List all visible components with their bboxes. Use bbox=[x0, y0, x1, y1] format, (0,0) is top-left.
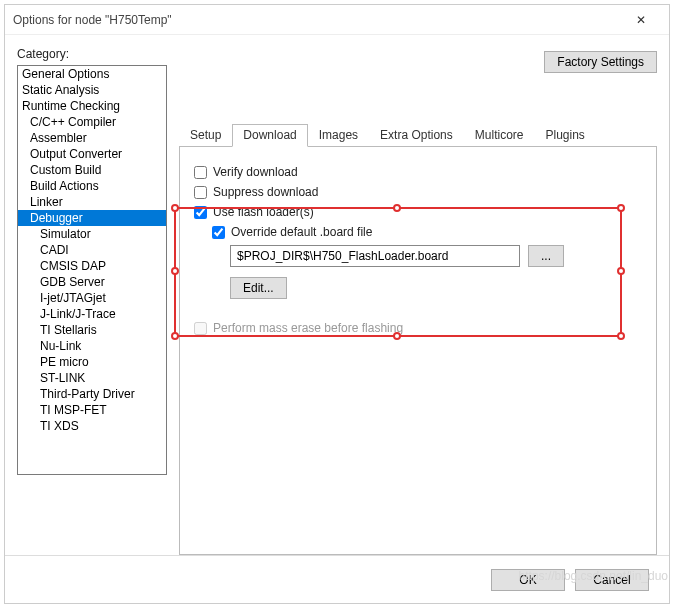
use-flash-loader-label: Use flash loader(s) bbox=[213, 205, 314, 219]
dialog-footer: OK Cancel bbox=[5, 555, 669, 603]
category-item-general-options[interactable]: General Options bbox=[18, 66, 166, 82]
category-item-gdb-server[interactable]: GDB Server bbox=[18, 274, 166, 290]
category-item-static-analysis[interactable]: Static Analysis bbox=[18, 82, 166, 98]
flash-loader-group: Override default .board file ... Edit... bbox=[212, 225, 642, 299]
options-dialog: Options for node "H750Temp" ✕ Category: … bbox=[4, 4, 670, 604]
category-item-nu-link[interactable]: Nu-Link bbox=[18, 338, 166, 354]
category-item-assembler[interactable]: Assembler bbox=[18, 130, 166, 146]
category-item-cadi[interactable]: CADI bbox=[18, 242, 166, 258]
category-item-j-link-j-trace[interactable]: J-Link/J-Trace bbox=[18, 306, 166, 322]
category-item-linker[interactable]: Linker bbox=[18, 194, 166, 210]
category-item-output-converter[interactable]: Output Converter bbox=[18, 146, 166, 162]
category-label: Category: bbox=[17, 47, 167, 61]
tab-setup[interactable]: Setup bbox=[179, 124, 232, 146]
tab-extra-options[interactable]: Extra Options bbox=[369, 124, 464, 146]
use-flash-loader-row[interactable]: Use flash loader(s) bbox=[194, 205, 642, 219]
category-item-custom-build[interactable]: Custom Build bbox=[18, 162, 166, 178]
category-item-build-actions[interactable]: Build Actions bbox=[18, 178, 166, 194]
category-item-simulator[interactable]: Simulator bbox=[18, 226, 166, 242]
settings-column: Factory Settings SetupDownloadImagesExtr… bbox=[179, 47, 657, 555]
tab-strip: SetupDownloadImagesExtra OptionsMulticor… bbox=[179, 123, 657, 146]
dialog-body: Category: General OptionsStatic Analysis… bbox=[5, 35, 669, 555]
verify-download-row[interactable]: Verify download bbox=[194, 165, 642, 179]
browse-button[interactable]: ... bbox=[528, 245, 564, 267]
suppress-download-row[interactable]: Suppress download bbox=[194, 185, 642, 199]
close-button[interactable]: ✕ bbox=[621, 6, 661, 34]
verify-download-label: Verify download bbox=[213, 165, 298, 179]
tab-multicore[interactable]: Multicore bbox=[464, 124, 535, 146]
override-board-label: Override default .board file bbox=[231, 225, 372, 239]
tab-plugins[interactable]: Plugins bbox=[534, 124, 595, 146]
category-item-i-jet-jtagjet[interactable]: I-jet/JTAGjet bbox=[18, 290, 166, 306]
category-item-debugger[interactable]: Debugger bbox=[18, 210, 166, 226]
use-flash-loader-checkbox[interactable] bbox=[194, 206, 207, 219]
category-column: Category: General OptionsStatic Analysis… bbox=[17, 47, 167, 555]
mass-erase-checkbox bbox=[194, 322, 207, 335]
suppress-download-label: Suppress download bbox=[213, 185, 318, 199]
category-item-ti-stellaris[interactable]: TI Stellaris bbox=[18, 322, 166, 338]
category-item-st-link[interactable]: ST-LINK bbox=[18, 370, 166, 386]
category-item-ti-msp-fet[interactable]: TI MSP-FET bbox=[18, 402, 166, 418]
tab-images[interactable]: Images bbox=[308, 124, 369, 146]
verify-download-checkbox[interactable] bbox=[194, 166, 207, 179]
category-item-runtime-checking[interactable]: Runtime Checking bbox=[18, 98, 166, 114]
suppress-download-checkbox[interactable] bbox=[194, 186, 207, 199]
cancel-button[interactable]: Cancel bbox=[575, 569, 649, 591]
edit-button[interactable]: Edit... bbox=[230, 277, 287, 299]
factory-settings-button[interactable]: Factory Settings bbox=[544, 51, 657, 73]
factory-row: Factory Settings bbox=[179, 51, 657, 73]
mass-erase-label: Perform mass erase before flashing bbox=[213, 321, 403, 335]
category-item-cmsis-dap[interactable]: CMSIS DAP bbox=[18, 258, 166, 274]
tab-download[interactable]: Download bbox=[232, 124, 307, 147]
category-item-third-party-driver[interactable]: Third-Party Driver bbox=[18, 386, 166, 402]
window-title: Options for node "H750Temp" bbox=[13, 13, 621, 27]
override-board-row[interactable]: Override default .board file bbox=[212, 225, 642, 239]
board-path-input[interactable] bbox=[230, 245, 520, 267]
category-item-ti-xds[interactable]: TI XDS bbox=[18, 418, 166, 434]
category-item-c-c-compiler[interactable]: C/C++ Compiler bbox=[18, 114, 166, 130]
category-item-pe-micro[interactable]: PE micro bbox=[18, 354, 166, 370]
close-icon: ✕ bbox=[636, 13, 646, 27]
edit-row: Edit... bbox=[230, 277, 642, 299]
download-panel: Verify download Suppress download Use fl… bbox=[179, 146, 657, 555]
override-board-checkbox[interactable] bbox=[212, 226, 225, 239]
titlebar: Options for node "H750Temp" ✕ bbox=[5, 5, 669, 35]
ok-button[interactable]: OK bbox=[491, 569, 565, 591]
mass-erase-row: Perform mass erase before flashing bbox=[194, 321, 642, 335]
category-list[interactable]: General OptionsStatic AnalysisRuntime Ch… bbox=[17, 65, 167, 475]
board-path-row: ... bbox=[230, 245, 642, 267]
